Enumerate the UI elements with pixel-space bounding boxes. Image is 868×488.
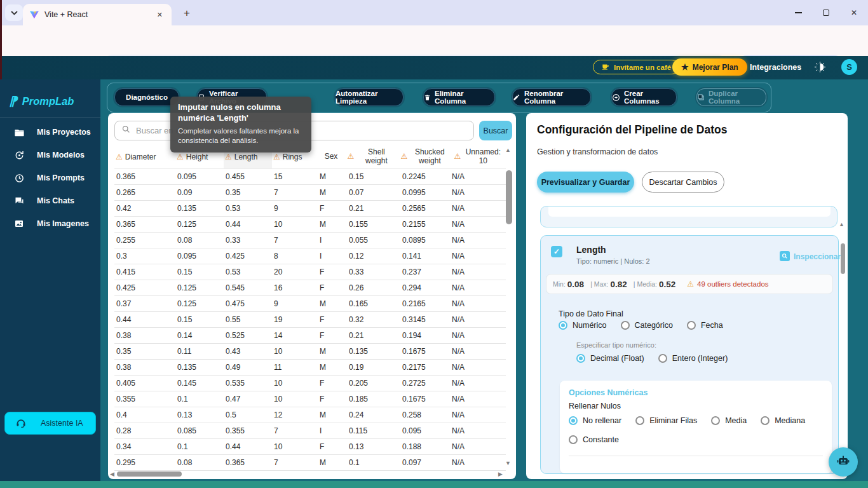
radio-fill-no-rellenar[interactable]: No rellenar [569, 416, 621, 425]
radio-button[interactable] [761, 416, 770, 425]
column-header-shell-weight[interactable]: ⚠Shell weight [343, 145, 399, 168]
toolbar-button-renombrar-columna[interactable]: Renombrar Columna [512, 88, 591, 106]
radio-type-fecha[interactable]: Fecha [687, 321, 723, 330]
radio-button[interactable] [569, 435, 578, 444]
scroll-down-icon[interactable]: ▼ [505, 460, 511, 466]
radio-fill-constante[interactable]: Constante [569, 435, 619, 444]
radio-button[interactable] [576, 354, 585, 363]
table-row[interactable]: 0.440.150.5519F0.320.3145N/A [114, 312, 506, 328]
table-cell: 0.294 [399, 283, 450, 292]
table-cell: 0.535 [224, 379, 272, 388]
radio-type-categ-rico[interactable]: Categórico [621, 321, 673, 330]
sidebar-item-label: Mis Prompts [37, 173, 85, 182]
table-row[interactable]: 0.350.110.4310M0.1350.1675N/A [114, 344, 506, 360]
table-cell: 0.125 [175, 220, 224, 229]
app-logo[interactable]: ⁋ PrompLab [9, 93, 74, 109]
window-close-button[interactable]: ✕ [840, 0, 868, 25]
panel-scroll-up-icon[interactable]: ▲ [839, 221, 844, 227]
sidebar-item-mis-chats[interactable]: Mis Chats [0, 189, 100, 212]
column-header-diameter[interactable]: ⚠Diameter [114, 145, 175, 168]
table-cell: M [318, 347, 343, 356]
vertical-scrollbar-thumb[interactable] [506, 170, 512, 224]
max-label: | Max: [590, 280, 608, 288]
radio-fill-media[interactable]: Media [711, 416, 747, 425]
table-row[interactable]: 0.4250.1250.54516F0.260.294N/A [114, 280, 506, 296]
column-header-unnamed-10[interactable]: ⚠Unnamed: 10 [450, 145, 506, 168]
table-cell: I [318, 252, 343, 261]
horizontal-scrollbar-thumb[interactable] [117, 471, 182, 477]
sidebar-item-mis-prompts[interactable]: Mis Prompts [0, 166, 100, 189]
upgrade-plan-button[interactable]: ★ Mejorar Plan [672, 58, 747, 76]
table-row[interactable]: 0.2950.080.3657M0.10.097N/A [114, 455, 506, 471]
integrations-link[interactable]: Integraciones [750, 63, 801, 72]
sidebar-item-mis-proyectos[interactable]: Mis Proyectos [0, 121, 100, 144]
table-row[interactable]: 0.30.0950.4258I0.120.141N/A [114, 248, 506, 264]
table-row[interactable]: 0.280.0850.3557I0.1150.095N/A [114, 423, 506, 439]
toolbar-button-eliminar-columna[interactable]: Eliminar Columna [423, 88, 495, 106]
toolbar-button-crear-columnas[interactable]: Crear Columnas [611, 88, 677, 106]
panel-scrollbar-thumb[interactable] [841, 243, 845, 274]
scroll-left-icon[interactable]: ◀ [110, 471, 114, 477]
radio-button[interactable] [569, 416, 578, 425]
radio-type-num-rico[interactable]: Numérico [559, 321, 607, 330]
assistant-fab[interactable] [829, 447, 858, 477]
radio-button[interactable] [687, 321, 696, 330]
table-row[interactable]: 0.3550.10.4710F0.1850.1675N/A [114, 391, 506, 407]
inspect-icon[interactable] [780, 251, 790, 261]
table-row[interactable]: 0.2550.080.337I0.0550.0895N/A [114, 233, 506, 248]
assistant-button[interactable]: Asistente IA [4, 412, 96, 435]
table-cell: 0.15 [343, 172, 399, 181]
preview-save-button[interactable]: Previsualizar y Guardar [537, 172, 634, 193]
table-cell: M [318, 458, 343, 467]
scroll-right-icon[interactable]: ▶ [498, 471, 503, 477]
tab-close-icon[interactable]: ✕ [154, 10, 165, 20]
tab-search-icon[interactable] [5, 4, 23, 21]
table-row[interactable]: 0.3650.0950.45515M0.150.2245N/A [114, 169, 506, 185]
toolbar-button-automatizar-limpieza[interactable]: Automatizar Limpieza [335, 88, 403, 106]
toolbar-button-diagnóstico[interactable]: Diagnóstico [114, 88, 179, 106]
table-row[interactable]: 0.420.1350.539F0.210.2565N/A [114, 201, 506, 217]
table-row[interactable]: 0.380.140.52514F0.210.194N/A [114, 328, 506, 344]
radio-button[interactable] [559, 321, 567, 330]
table-cell: M [318, 299, 343, 308]
table-cell: 9 [272, 299, 318, 308]
table-cell: 0.21 [343, 331, 399, 340]
table-row[interactable]: 0.370.1250.4759M0.1650.2165N/A [114, 296, 506, 312]
radio-fill-mediana[interactable]: Mediana [761, 416, 805, 425]
window-maximize-button[interactable] [812, 0, 840, 25]
window-minimize-button[interactable] [784, 0, 812, 25]
table-row[interactable]: 0.2650.090.357M0.070.0995N/A [114, 185, 506, 201]
sidebar-item-mis-modelos[interactable]: Mis Modelos [0, 144, 100, 166]
sidebar-item-mis-imagenes[interactable]: Mis Imagenes [0, 212, 100, 235]
table-cell: 0.355 [114, 395, 175, 403]
table-cell: M [318, 410, 343, 419]
table-row[interactable]: 0.380.1350.4911M0.190.2175N/A [114, 360, 506, 376]
table-row[interactable]: 0.4150.150.5320F0.330.237N/A [114, 264, 506, 280]
table-cell: 0.125 [175, 283, 224, 292]
table-row[interactable]: 0.4050.1450.53510F0.2050.2725N/A [114, 376, 506, 391]
table-row[interactable]: 0.40.130.512M0.240.258N/A [114, 407, 506, 423]
column-header-sex[interactable]: Sex [318, 145, 343, 168]
column-checkbox[interactable]: ✓ [551, 246, 562, 257]
radio-button[interactable] [621, 321, 630, 330]
browser-tab[interactable]: Vite + React ✕ [23, 4, 172, 25]
radio-numeric-entero-integer-[interactable]: Entero (Integer) [658, 354, 728, 363]
radio-button[interactable] [635, 416, 644, 425]
radio-button[interactable] [658, 354, 667, 363]
theme-toggle-icon[interactable] [814, 61, 826, 76]
coffee-button[interactable]: Invítame un café [593, 60, 679, 74]
scroll-up-icon[interactable]: ▲ [505, 147, 511, 153]
search-button[interactable]: Buscar [479, 121, 512, 140]
radio-numeric-decimal-float-[interactable]: Decimal (Float) [576, 354, 644, 363]
new-tab-button[interactable]: + [179, 6, 194, 21]
radio-button[interactable] [711, 416, 720, 425]
user-avatar[interactable]: S [841, 59, 857, 75]
inspect-link[interactable]: Inspeccionar [794, 252, 841, 261]
table-row[interactable]: 0.340.10.4410F0.130.188N/A [114, 439, 506, 455]
table-row[interactable]: 0.3650.1250.4410M0.1550.2155N/A [114, 217, 506, 233]
radio-fill-eliminar-filas[interactable]: Eliminar Filas [635, 416, 697, 425]
column-header-shucked-weight[interactable]: ⚠Shucked weight [399, 145, 450, 168]
outliers-warning: ⚠ 49 outliers detectados [687, 280, 768, 288]
discard-button[interactable]: Descartar Cambios [642, 172, 724, 193]
table-cell: 0.194 [399, 331, 450, 340]
